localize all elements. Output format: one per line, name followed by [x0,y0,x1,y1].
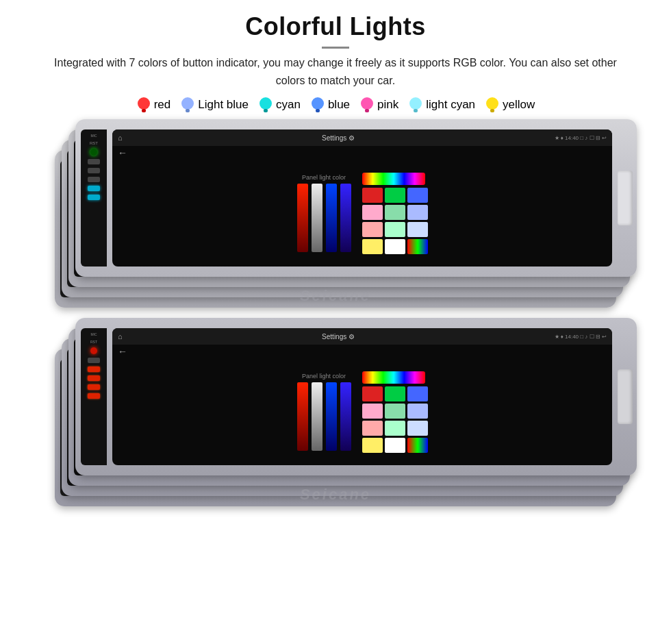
gcell-blue[interactable] [407,188,428,203]
vol-btn-cyan[interactable] [88,186,100,191]
svg-point-2 [181,97,194,110]
color-item-red: red [136,96,171,114]
screen-bar-r2: ⌂ Settings ⚙ ★ ♦ 14:40 □ ♪ ☐ ⊟ ↩ [112,328,612,345]
title-divider [322,47,349,49]
svg-rect-1 [142,109,146,112]
color-palette-r2 [362,371,428,453]
gcell-rainbow[interactable] [407,239,428,254]
svg-rect-13 [490,109,494,112]
svg-point-0 [138,97,150,110]
gcell-pink[interactable] [362,205,383,220]
bulb-icon-pink [359,96,375,114]
gcell-ltblue[interactable] [407,222,428,237]
svg-rect-9 [365,109,369,112]
right-handle-front [618,171,633,225]
rst-label-r2: RST [90,340,97,344]
gcell-r2-seafoam[interactable] [385,421,405,436]
device-row-1: MIC ⌂ Settings ⚙ ★ ♦ 14:40 □ ♪ ☐ ⊟ ↩ [55,119,616,314]
gcell-periwinkle[interactable] [407,205,428,220]
tune-btn-cyan[interactable] [88,195,100,200]
gcell-yellow[interactable] [362,239,383,254]
color-item-yellow: yellow [485,96,535,114]
bulb-icon-red [136,96,151,114]
vol-btn-r2[interactable] [88,384,100,390]
gcell-green[interactable] [385,188,405,203]
screen-front: ⌂ Settings ⚙ ★ ♦ 14:40 □ ♪ ☐ ⊟ ↩ ← Panel… [112,129,612,267]
screen-content-r2: Panel light color [112,358,612,465]
gcell-r2-mint[interactable] [385,404,405,419]
color-grid-r2 [362,386,428,453]
color-label-cyan: cyan [276,98,301,112]
color-label-light-blue: Light blue [198,98,249,112]
gcell-red[interactable] [362,188,383,203]
svg-rect-3 [186,109,190,112]
bulb-icon-blue [310,96,325,114]
settings-label-front: Settings ⚙ [127,134,550,142]
gcell-white[interactable] [385,239,405,254]
back-row-r2: ← [112,345,612,358]
bar-white-front [312,184,322,252]
bar-red-front [297,184,308,252]
description-text: Integrated with 7 colors of button indic… [27,54,644,89]
panel-label-front: Panel light color [297,174,351,181]
color-label-light-cyan: light cyan [426,98,475,112]
gcell-r2-salmon[interactable] [362,421,383,436]
right-handle-2-front [618,369,633,424]
side-panel-2-front: MIC RST [81,328,107,465]
page-title: Colorful Lights [27,12,644,41]
svg-rect-5 [264,109,268,112]
gcell-seafoam[interactable] [385,222,405,237]
tune-btn-r2[interactable] [88,393,100,399]
gcell-r2-green[interactable] [385,386,405,401]
mic-label-r2: MIC [90,332,97,336]
bulb-icon-yellow [485,96,500,114]
color-label-blue: blue [328,98,350,112]
color-bars-front [297,184,351,252]
mic-label-front: MIC [90,134,97,138]
gcell-r2-periwinkle[interactable] [407,404,428,419]
side-panel-front: MIC RST [81,129,107,267]
settings-r2: Settings ⚙ [127,333,550,340]
car-unit-1-front: MIC RST ⌂ Settings ⚙ ★ ♦ 14:40 □ ♪ ☐ ⊟ ↩ [75,119,637,277]
watermark-1: Seicane [300,287,371,305]
bar-indigo-r2 [340,382,351,451]
back-btn-r2[interactable] [88,375,100,381]
screen-bar-front: ⌂ Settings ⚙ ★ ♦ 14:40 □ ♪ ☐ ⊟ ↩ [112,129,612,146]
power-btn-r2[interactable] [90,347,97,354]
back-arrow-front[interactable]: ← [118,147,127,158]
home-btn[interactable] [88,168,100,173]
gcell-salmon[interactable] [362,222,383,237]
color-item-pink: pink [359,96,398,114]
color-palette-front [362,173,428,254]
color-bars-r2 [297,382,351,451]
home-icon-r2: ⌂ [118,332,123,340]
page: Colorful Lights Integrated with 7 colors… [0,0,671,644]
arrow-btn-r2[interactable] [88,358,100,363]
arrow-btn[interactable] [88,159,100,164]
bulb-icon-cyan [258,96,273,114]
back-arrow-r2[interactable]: ← [118,346,127,357]
screen-content-front: Panel light color [112,160,612,267]
title-section: Colorful Lights Integrated with 7 colors… [27,0,644,89]
gcell-r2-yellow[interactable] [362,438,383,453]
bar-white-r2 [312,382,322,451]
gcell-r2-ltblue[interactable] [407,421,428,436]
color-label-pink: pink [377,98,398,112]
gcell-r2-rainbow[interactable] [407,438,428,453]
gcell-r2-red[interactable] [362,386,383,401]
status-icons-front: ★ ♦ 14:40 □ ♪ ☐ ⊟ ↩ [555,135,607,141]
home-icon-front: ⌂ [118,134,123,142]
svg-point-12 [486,97,498,110]
back-btn[interactable] [88,177,100,182]
device-row-2: MIC RST ⌂ Settings ⚙ ★ ♦ 14:40 □ ♪ ☐ ⊟ ↩ [55,318,616,513]
home-btn-r2[interactable] [88,367,100,372]
gcell-r2-pink[interactable] [362,404,383,419]
power-btn-front[interactable] [90,149,97,156]
gcell-r2-blue[interactable] [407,386,428,401]
bar-blue-front [326,184,337,252]
gcell-r2-white[interactable] [385,438,405,453]
svg-rect-11 [414,109,418,112]
car-unit-2-front: MIC RST ⌂ Settings ⚙ ★ ♦ 14:40 □ ♪ ☐ ⊟ ↩ [75,318,637,475]
gcell-mint[interactable] [385,205,405,220]
panel-section-r2: Panel light color [297,373,351,451]
